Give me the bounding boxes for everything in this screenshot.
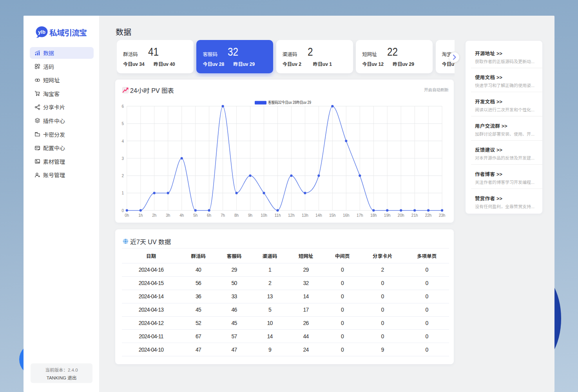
svg-text:2h: 2h xyxy=(152,213,156,218)
svg-text:16h: 16h xyxy=(343,213,350,218)
svg-text:17h: 17h xyxy=(357,213,363,218)
svg-text:4h: 4h xyxy=(179,213,184,218)
svg-text:0h: 0h xyxy=(125,213,129,218)
svg-text:2: 2 xyxy=(121,174,124,178)
svg-text:3h: 3h xyxy=(166,213,170,218)
svg-text:19h: 19h xyxy=(384,213,391,218)
svg-text:9h: 9h xyxy=(248,213,252,218)
svg-text:1h: 1h xyxy=(138,213,143,218)
svg-text:20h: 20h xyxy=(398,213,404,218)
svg-text:7h: 7h xyxy=(221,213,225,218)
svg-text:8h: 8h xyxy=(234,213,239,218)
svg-text:18h: 18h xyxy=(370,213,377,218)
svg-text:6: 6 xyxy=(121,104,124,109)
svg-text:6h: 6h xyxy=(207,213,211,218)
svg-text:4: 4 xyxy=(121,139,124,143)
svg-text:15h: 15h xyxy=(329,213,336,218)
svg-text:11h: 11h xyxy=(275,213,281,218)
svg-text:21h: 21h xyxy=(411,213,418,218)
svg-text:13h: 13h xyxy=(302,213,308,218)
svg-text:1: 1 xyxy=(121,191,124,195)
svg-text:12h: 12h xyxy=(288,213,295,218)
svg-text:10h: 10h xyxy=(261,213,267,218)
svg-text:客服码32今日uv 28昨日uv 29: 客服码32今日uv 28昨日uv 29 xyxy=(268,100,311,105)
svg-text:ylb: ylb xyxy=(38,29,45,35)
svg-text:14h: 14h xyxy=(315,213,322,218)
svg-text:23h: 23h xyxy=(439,213,446,218)
svg-text:0: 0 xyxy=(121,209,124,213)
svg-text:5h: 5h xyxy=(193,213,197,218)
svg-text:3: 3 xyxy=(121,156,124,161)
svg-text:22h: 22h xyxy=(425,213,432,218)
svg-text:5: 5 xyxy=(121,122,124,126)
